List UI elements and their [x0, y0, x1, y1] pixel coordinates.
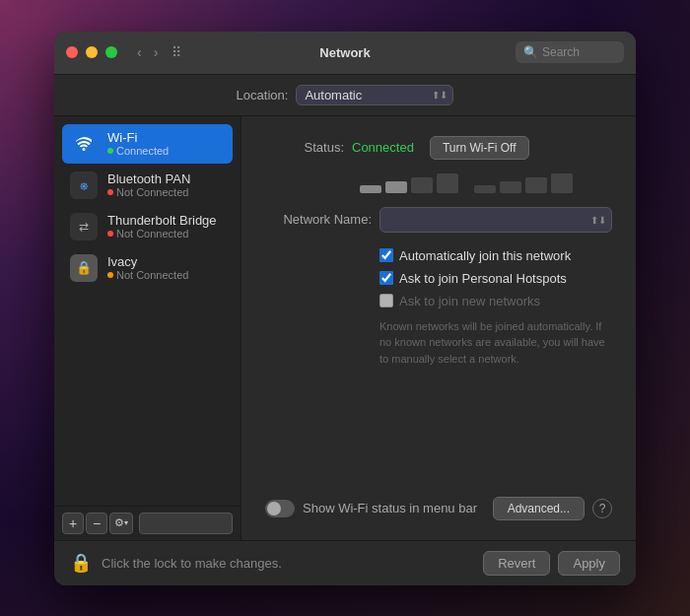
signal-bar2-3 [525, 177, 547, 193]
network-preferences-window: ‹ › ⠿ Network 🔍 Search Location: Automat… [54, 32, 636, 585]
ivacy-status-dot [107, 272, 113, 278]
signal-bar2-1 [474, 185, 496, 193]
bottom-row: Show Wi-Fi status in menu bar Advanced..… [265, 497, 612, 520]
network-name-select[interactable] [380, 207, 612, 233]
close-button[interactable] [66, 46, 78, 58]
right-panel: Status: Connected Turn Wi-Fi Off [242, 116, 636, 540]
wifi-item-name: Wi-Fi [107, 130, 169, 145]
bt-item-status: Not Connected [107, 186, 190, 198]
interface-name-field [139, 513, 233, 534]
location-select[interactable]: Automatic [296, 85, 453, 105]
wifi-item-text: Wi-Fi Connected [107, 130, 169, 157]
signal-bar-4 [437, 173, 458, 193]
wifi-item-status: Connected [107, 145, 169, 157]
signal-bars-2 [474, 173, 573, 193]
window-title: Network [319, 45, 370, 60]
signal-bars [360, 173, 458, 193]
status-value: Connected [352, 140, 414, 155]
network-name-row: Network Name: ⬆⬇ [265, 207, 612, 233]
status-row: Status: Connected Turn Wi-Fi Off [265, 136, 612, 160]
ask-hotspots-label: Ask to join Personal Hotspots [399, 271, 567, 286]
window-controls [66, 46, 117, 58]
signal-bar2-4 [551, 173, 573, 193]
ivacy-item-text: Ivacy Not Connected [107, 254, 188, 281]
tb-item-text: Thunderbolt Bridge Not Connected [107, 213, 217, 240]
ask-new-checkbox [380, 294, 393, 308]
spacer [265, 382, 612, 497]
wifi-status-text: Connected [116, 145, 169, 157]
add-interface-button[interactable]: + [62, 513, 84, 534]
network-name-label: Network Name: [265, 212, 372, 227]
footer-buttons: Revert Apply [483, 551, 620, 576]
forward-button[interactable]: › [150, 42, 163, 62]
title-bar: ‹ › ⠿ Network 🔍 Search [54, 32, 636, 75]
interface-settings-button[interactable]: ⚙ ▾ [109, 513, 133, 534]
signal-bar2-2 [500, 181, 521, 193]
bt-status-dot [107, 189, 113, 195]
show-wifi-row: Show Wi-Fi status in menu bar [265, 500, 477, 517]
signal-bar-3 [411, 177, 433, 193]
sidebar-item-bluetooth[interactable]: ⎈ Bluetooth PAN Not Connected [62, 166, 233, 205]
sidebar-item-wifi[interactable]: Wi-Fi Connected [62, 124, 233, 164]
show-wifi-toggle[interactable] [265, 500, 295, 517]
bt-item-name: Bluetooth PAN [107, 171, 190, 186]
bt-status-text: Not Connected [116, 186, 188, 198]
network-name-select-wrapper: ⬆⬇ [380, 207, 612, 233]
lock-icon[interactable]: 🔒 [70, 552, 92, 574]
ivacy-status-text: Not Connected [116, 269, 188, 281]
ivacy-icon: 🔒 [70, 254, 98, 282]
advanced-button[interactable]: Advanced... [493, 497, 585, 520]
checkbox-group: Automatically join this network Ask to j… [380, 248, 612, 308]
search-box[interactable]: 🔍 Search [516, 41, 624, 63]
auto-join-checkbox[interactable] [380, 248, 393, 262]
revert-button[interactable]: Revert [483, 551, 550, 576]
maximize-button[interactable] [105, 46, 117, 58]
ivacy-item-status: Not Connected [107, 269, 188, 281]
tb-status-text: Not Connected [116, 228, 188, 240]
bluetooth-icon: ⎈ [70, 171, 98, 199]
wifi-icon [70, 130, 98, 158]
search-icon: 🔍 [523, 45, 538, 59]
auto-join-checkbox-item: Automatically join this network [380, 248, 612, 263]
sidebar-item-ivacy[interactable]: 🔒 Ivacy Not Connected [62, 248, 233, 288]
sidebar-toolbar: + − ⚙ ▾ [54, 506, 241, 540]
bt-item-text: Bluetooth PAN Not Connected [107, 171, 190, 198]
lock-text: Click the lock to make changes. [102, 556, 282, 571]
tb-item-name: Thunderbolt Bridge [107, 213, 217, 228]
wifi-status-dot [107, 148, 113, 154]
tb-status-dot [107, 231, 113, 237]
toggle-knob [267, 502, 281, 515]
grid-icon[interactable]: ⠿ [172, 44, 181, 60]
auto-join-label: Automatically join this network [399, 248, 571, 263]
bottom-right: Advanced... ? [493, 497, 612, 520]
sidebar-list: Wi-Fi Connected ⎈ Bluetooth PAN [54, 116, 241, 506]
footer: 🔒 Click the lock to make changes. Revert… [54, 540, 636, 585]
signal-bars-container [352, 173, 612, 193]
location-bar: Location: Automatic ⬆⬇ [54, 75, 636, 116]
search-placeholder: Search [542, 45, 580, 59]
location-select-wrapper: Automatic ⬆⬇ [296, 85, 453, 105]
signal-bar-1 [360, 185, 381, 193]
ask-hotspots-checkbox-item: Ask to join Personal Hotspots [380, 271, 612, 286]
ask-hotspots-checkbox[interactable] [380, 271, 393, 285]
main-content: Wi-Fi Connected ⎈ Bluetooth PAN [54, 116, 636, 540]
ask-new-label: Ask to join new networks [399, 294, 540, 308]
nav-arrows: ‹ › [133, 42, 162, 62]
signal-bar-2 [385, 181, 407, 193]
ivacy-item-name: Ivacy [107, 254, 188, 269]
back-button[interactable]: ‹ [133, 42, 146, 62]
turn-wifi-off-button[interactable]: Turn Wi-Fi Off [430, 136, 529, 160]
remove-interface-button[interactable]: − [86, 513, 107, 534]
gear-icon: ⚙ [114, 516, 124, 529]
tb-item-status: Not Connected [107, 228, 217, 240]
lock-section: 🔒 Click the lock to make changes. [70, 552, 282, 574]
description-text: Known networks will be joined automatica… [380, 318, 612, 368]
sidebar-item-thunderbolt[interactable]: ⇄ Thunderbolt Bridge Not Connected [62, 207, 233, 246]
location-label: Location: [237, 88, 289, 103]
apply-button[interactable]: Apply [558, 551, 620, 576]
help-button[interactable]: ? [592, 499, 612, 518]
status-label: Status: [265, 140, 344, 155]
sidebar: Wi-Fi Connected ⎈ Bluetooth PAN [54, 116, 242, 540]
minimize-button[interactable] [86, 46, 98, 58]
thunderbolt-icon: ⇄ [70, 213, 98, 240]
